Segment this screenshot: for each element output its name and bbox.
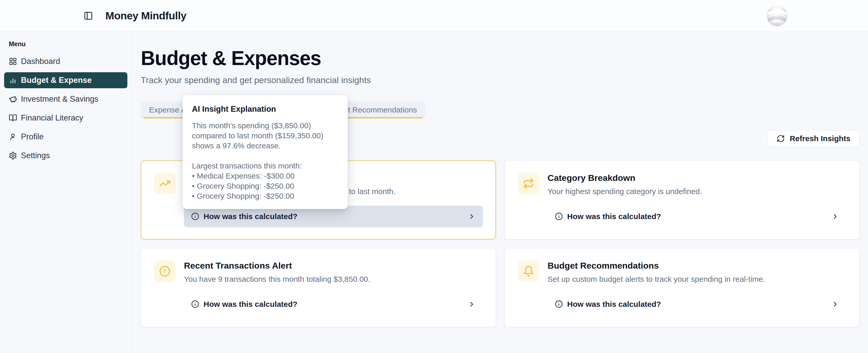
refresh-icon — [777, 135, 785, 143]
card-recent-transactions-alert: Recent Transactions Alert You have 9 tra… — [141, 248, 496, 327]
how-calculated-label: How was this calculated? — [204, 300, 297, 309]
card-budget-recommendations: Budget Recommendations Set up custom bud… — [504, 248, 860, 327]
card-content: Budget Recommendations Set up custom bud… — [548, 260, 846, 315]
user-icon — [9, 133, 17, 141]
sidebar-nav: Dashboard Budget & Expense — [4, 54, 127, 164]
card-content: Category Breakdown Your highest spending… — [548, 173, 846, 227]
card-category-breakdown: Category Breakdown Your highest spending… — [504, 161, 860, 240]
trending-up-icon — [154, 173, 176, 194]
app-shell: Menu Dashboard — [0, 32, 868, 353]
page-title: Budget & Expenses — [141, 48, 860, 69]
sidebar-item-budget-expense[interactable]: Budget & Expense — [4, 72, 127, 88]
panel-left-icon — [84, 11, 93, 21]
sidebar-section-label: Menu — [9, 40, 127, 48]
popover-list-header: Largest transactions this month: — [192, 161, 338, 171]
sidebar: Menu Dashboard — [0, 32, 132, 353]
sidebar-item-label: Profile — [21, 132, 44, 141]
sidebar-item-dashboard[interactable]: Dashboard — [4, 54, 127, 69]
sidebar-item-label: Financial Literacy — [21, 113, 83, 122]
chevron-right-icon — [831, 213, 839, 220]
card-title: Category Breakdown — [548, 173, 846, 183]
sidebar-item-label: Budget & Expense — [21, 76, 92, 85]
card-subtitle-fragment: to last month. — [349, 187, 396, 196]
popover-title: AI Insight Explanation — [192, 105, 338, 114]
sidebar-item-label: Investment & Savings — [21, 95, 98, 104]
popover-body: This month's spending ($3,850.00) compar… — [192, 120, 338, 201]
app-window: Money Mindfully Menu Dashboard — [0, 0, 868, 353]
how-calculated-row[interactable]: How was this calculated? — [184, 293, 483, 315]
gear-icon — [9, 151, 17, 160]
piggy-bank-icon — [9, 95, 17, 103]
sidebar-item-financial-literacy[interactable]: Financial Literacy — [4, 110, 127, 126]
app-header: Money Mindfully — [0, 0, 868, 32]
book-open-icon — [9, 114, 17, 122]
sidebar-item-label: Dashboard — [21, 57, 60, 66]
card-content: Recent Transactions Alert You have 9 tra… — [184, 260, 483, 315]
how-calculated-row[interactable]: How was this calculated? — [548, 293, 846, 315]
page-subtitle: Track your spending and get personalized… — [141, 75, 860, 85]
alert-circle-icon — [154, 260, 176, 282]
refresh-insights-label: Refresh Insights — [790, 134, 850, 143]
info-icon — [555, 300, 563, 308]
sidebar-item-profile[interactable]: Profile — [4, 129, 127, 145]
info-icon — [191, 300, 199, 308]
card-title: Budget Recommendations — [548, 260, 846, 271]
user-avatar[interactable] — [767, 5, 787, 26]
info-icon — [191, 212, 199, 220]
popover-bullet: • Medical Expenses: -$300.00 — [192, 171, 338, 181]
refresh-insights-button[interactable]: Refresh Insights — [768, 130, 860, 147]
card-subtitle: Set up custom budget alerts to track you… — [548, 274, 846, 284]
card-subtitle: Your highest spending category is undefi… — [548, 186, 846, 197]
bell-icon — [518, 260, 539, 282]
how-calculated-label: How was this calculated? — [204, 212, 297, 221]
sidebar-item-label: Settings — [21, 151, 50, 160]
sidebar-item-investment-savings[interactable]: Investment & Savings — [4, 91, 127, 107]
bar-chart-icon — [9, 76, 17, 84]
ai-insight-popover: AI Insight Explanation This month's spen… — [183, 95, 348, 209]
popover-bullet: • Grocery Shopping: -$250.00 — [192, 191, 338, 201]
how-calculated-label: How was this calculated? — [567, 300, 661, 309]
chevron-right-icon — [831, 301, 839, 308]
chevron-right-icon — [468, 301, 475, 308]
repeat-icon — [518, 173, 539, 194]
popover-bullet: • Grocery Shopping: -$250.00 — [192, 181, 338, 191]
popover-paragraph: This month's spending ($3,850.00) compar… — [192, 120, 338, 151]
info-icon — [555, 212, 563, 220]
app-title: Money Mindfully — [105, 10, 187, 22]
chevron-right-icon — [468, 213, 475, 220]
card-title: Recent Transactions Alert — [184, 260, 483, 271]
dashboard-grid-icon — [9, 57, 17, 66]
how-calculated-row[interactable]: How was this calculated? — [548, 206, 846, 227]
how-calculated-label: How was this calculated? — [567, 212, 661, 221]
card-subtitle: You have 9 transactions this month total… — [184, 274, 483, 284]
sidebar-toggle-button[interactable] — [82, 9, 95, 22]
sidebar-item-settings[interactable]: Settings — [4, 148, 127, 164]
